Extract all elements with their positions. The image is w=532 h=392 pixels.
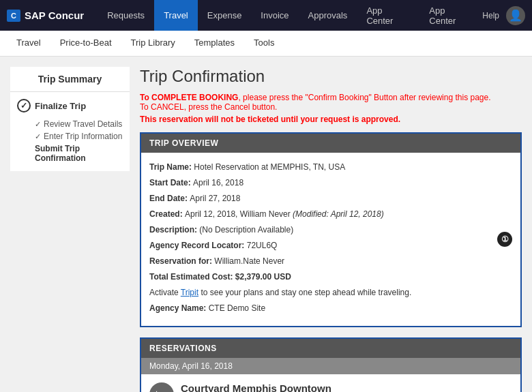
sub-nav: Travel Price-to-Beat Trip Library Templa… xyxy=(0,31,532,57)
main-nav-items: Requests Travel Expense Invoice Approval… xyxy=(98,0,482,31)
description-row: Description: (No Description Available) xyxy=(149,224,512,236)
end-date-value: April 27, 2018 xyxy=(190,194,240,203)
user-avatar[interactable]: 👤 xyxy=(506,6,525,25)
trip-details: Trip Name: Hotel Reservation at MEMPHIS,… xyxy=(141,153,520,326)
step-review-travel: ✓ Review Travel Details xyxy=(17,118,123,130)
finalize-label: Finalize Trip xyxy=(35,101,86,111)
reservation-date-header: Monday, April 16, 2018 xyxy=(141,358,520,374)
alert-ticketed: This reservation will not be ticketed un… xyxy=(140,115,522,124)
sidebar: Trip Summary ✓ Finalize Trip ✓ Review Tr… xyxy=(10,67,130,392)
trip-summary-title: Trip Summary xyxy=(10,67,130,92)
agency-record-value: 72UL6Q xyxy=(247,241,278,250)
agency-record-row: Agency Record Locator: 72UL6Q xyxy=(149,239,512,252)
tripit-text2: to see your plans and stay one step ahea… xyxy=(201,288,411,297)
reservations-header: RESERVATIONS xyxy=(141,339,520,358)
finalize-section: ✓ Finalize Trip ✓ Review Travel Details … xyxy=(10,92,130,171)
created-row: Created: April 12, 2018, William Never (… xyxy=(149,208,512,220)
nav-item-appcenter2[interactable]: App Center xyxy=(419,0,482,31)
agency-name-row: Agency Name: CTE Demo Site xyxy=(149,302,512,314)
step-submit-confirmation: Submit Trip Confirmation xyxy=(17,142,123,164)
description-value: (No Description Available) xyxy=(199,225,293,235)
trip-name-label: Trip Name: xyxy=(149,162,194,172)
hotel-name: Courtyard Memphis Downtown xyxy=(181,382,512,392)
nav-right: Help 👤 xyxy=(482,6,525,25)
step1-label: Review Travel Details xyxy=(44,119,122,129)
subnav-travel[interactable]: Travel xyxy=(7,31,50,56)
nav-item-travel[interactable]: Travel xyxy=(154,0,198,31)
reservation-for-label: Reservation for: xyxy=(149,256,214,266)
created-value: April 12, 2018, William Never xyxy=(185,209,291,219)
main-content: Trip Summary ✓ Finalize Trip ✓ Review Tr… xyxy=(0,57,532,392)
reservations-box: RESERVATIONS Monday, April 16, 2018 🛏 Co… xyxy=(140,337,522,392)
agency-name-value: CTE Demo Site xyxy=(209,303,265,313)
right-content: Trip Confirmation To COMPLETE BOOKING, p… xyxy=(140,67,522,392)
tripit-text1: Activate xyxy=(149,288,181,297)
alert-cancel: To CANCEL, press the Cancel button. xyxy=(140,102,277,112)
step3-label: Submit Trip Confirmation xyxy=(35,144,123,163)
finalize-check-circle: ✓ xyxy=(17,99,31,112)
trip-name-row: Trip Name: Hotel Reservation at MEMPHIS,… xyxy=(149,161,512,173)
logo-text: SAP Concur xyxy=(25,10,84,21)
total-cost-label: Total Estimated Cost: xyxy=(149,272,235,282)
alert-complete-strong: To COMPLETE BOOKING xyxy=(140,93,238,102)
nav-item-approvals[interactable]: Approvals xyxy=(299,0,357,31)
subnav-templates[interactable]: Templates xyxy=(185,31,244,56)
alert-complete: To COMPLETE BOOKING, please press the "C… xyxy=(140,93,522,112)
agency-record-label: Agency Record Locator: xyxy=(149,241,247,250)
created-label: Created: xyxy=(149,209,185,219)
finalize-header: ✓ Finalize Trip xyxy=(17,99,123,112)
agency-name-label: Agency Name: xyxy=(149,303,209,313)
hotel-row: 🛏 Courtyard Memphis Downtown 75 Jefferso… xyxy=(141,374,520,392)
end-date-row: End Date: April 27, 2018 xyxy=(149,192,512,205)
nav-item-invoice[interactable]: Invoice xyxy=(251,0,298,31)
help-link[interactable]: Help xyxy=(482,11,499,20)
alert-complete-rest: , please press the "Confirm Booking" But… xyxy=(238,93,490,102)
step1-check-icon: ✓ xyxy=(35,120,41,129)
page-title: Trip Confirmation xyxy=(140,67,522,86)
tripit-row: Activate Tripit to see your plans and st… xyxy=(149,286,512,299)
start-date-label: Start Date: xyxy=(149,178,193,187)
step-enter-info: ✓ Enter Trip Information xyxy=(17,130,123,142)
trip-overview-header: TRIP OVERVIEW xyxy=(141,134,520,153)
start-date-row: Start Date: April 16, 2018 xyxy=(149,177,512,189)
trip-overview-box: TRIP OVERVIEW Trip Name: Hotel Reservati… xyxy=(140,132,522,327)
logo-box: C xyxy=(7,10,20,22)
total-cost-value: $2,379.00 USD xyxy=(235,272,291,282)
total-cost-row: Total Estimated Cost: $2,379.00 USD xyxy=(149,271,512,283)
trip-name-value: Hotel Reservation at MEMPHIS, TN, USA xyxy=(194,162,345,172)
subnav-price-to-beat[interactable]: Price-to-Beat xyxy=(50,31,121,56)
nav-item-requests[interactable]: Requests xyxy=(98,0,154,31)
tripit-link[interactable]: Tripit xyxy=(181,288,198,297)
description-label: Description: xyxy=(149,225,199,235)
end-date-label: End Date: xyxy=(149,194,190,203)
created-modified: (Modified: April 12, 2018) xyxy=(293,209,384,219)
step2-label: Enter Trip Information xyxy=(44,132,122,141)
subnav-trip-library[interactable]: Trip Library xyxy=(121,31,185,56)
info-badge: ① xyxy=(497,232,512,247)
top-nav: C SAP Concur Requests Travel Expense Inv… xyxy=(0,0,532,31)
nav-item-expense[interactable]: Expense xyxy=(198,0,252,31)
subnav-tools[interactable]: Tools xyxy=(244,31,284,56)
hotel-icon: 🛏 xyxy=(149,382,174,392)
logo: C SAP Concur xyxy=(7,10,84,22)
reservation-for-value: William.Nate Never xyxy=(214,256,284,266)
step2-check-icon: ✓ xyxy=(35,132,41,141)
hotel-info: Courtyard Memphis Downtown 75 Jefferson … xyxy=(181,382,512,392)
reservation-for-row: Reservation for: William.Nate Never xyxy=(149,255,512,267)
nav-item-appcenter1[interactable]: App Center xyxy=(357,0,419,31)
start-date-value: April 16, 2018 xyxy=(193,178,243,187)
